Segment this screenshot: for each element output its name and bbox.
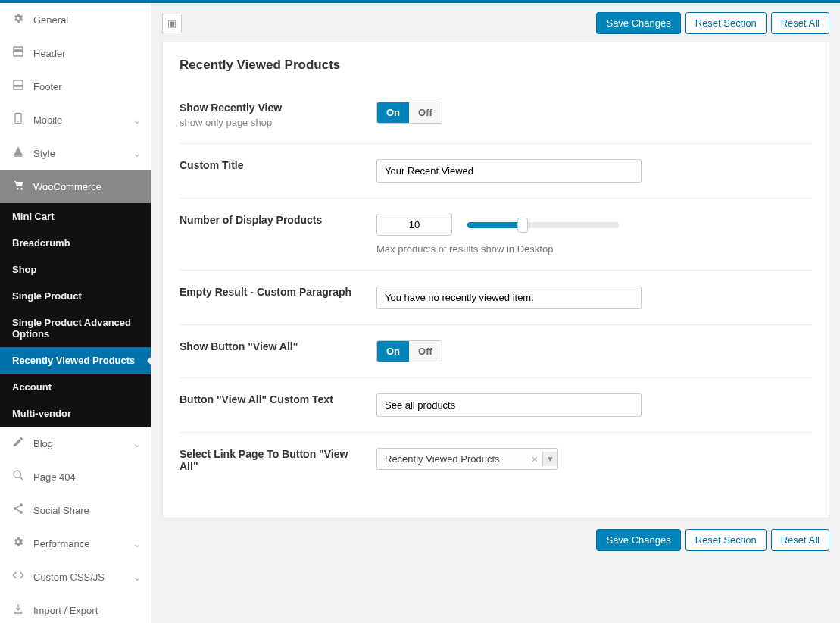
toggle-on[interactable]: On	[377, 102, 409, 123]
save-changes-button-bottom[interactable]: Save Changes	[596, 529, 680, 551]
sidebar-item-label: Blog	[33, 438, 133, 449]
sidebar-item-label: Multi-vendor	[12, 408, 71, 419]
mobile-icon	[9, 112, 27, 127]
sidebar-sub-account[interactable]: Account	[0, 374, 151, 400]
svg-point-2	[14, 471, 20, 477]
sidebar-item-blog[interactable]: Blog⌄	[0, 427, 151, 460]
field-custom-title: Custom Title	[180, 144, 812, 199]
show-viewall-toggle[interactable]: On Off	[376, 340, 442, 362]
sidebar-item-label: Style	[33, 148, 133, 159]
cart-icon	[9, 179, 27, 194]
show-recent-toggle[interactable]: On Off	[376, 102, 442, 124]
sidebar-item-label: General	[33, 14, 142, 26]
sidebar-sub-single-product[interactable]: Single Product	[0, 283, 151, 309]
sidebar-item-label: Shop	[12, 264, 37, 275]
sidebar-item-mobile[interactable]: Mobile⌄	[0, 103, 151, 136]
field-viewall-link: Select Link Page To Button "View All" Re…	[180, 433, 812, 487]
sidebar-item-label: Social Share	[33, 505, 142, 516]
custom-title-input[interactable]	[376, 159, 642, 183]
viewall-text-input[interactable]	[376, 393, 642, 417]
sidebar-item-woocommerce[interactable]: WooCommerce	[0, 170, 151, 203]
sidebar-item-social-share[interactable]: Social Share	[0, 493, 151, 527]
reset-section-button-bottom[interactable]: Reset Section	[685, 529, 767, 551]
sidebar-item-style[interactable]: Style⌄	[0, 136, 151, 170]
save-changes-button[interactable]: Save Changes	[596, 12, 680, 34]
field-number-display: Number of Display Products Max products …	[180, 199, 812, 271]
chevron-down-icon: ⌄	[133, 537, 142, 549]
field-show-viewall-btn: Show Button "View All" On Off	[180, 325, 812, 378]
number-display-input[interactable]	[376, 214, 452, 236]
sidebar-item-label: Footer	[33, 81, 142, 92]
share-icon	[9, 502, 27, 518]
sidebar-sub-mini-cart[interactable]: Mini Cart	[0, 203, 151, 230]
slider-thumb[interactable]	[517, 218, 528, 233]
select-value: Recently Viewed Products	[377, 449, 527, 469]
sidebar-sub-shop[interactable]: Shop	[0, 256, 151, 283]
sidebar-item-import-export[interactable]: Import / Export	[0, 593, 151, 623]
field-label: Custom Title	[180, 159, 361, 171]
search-icon	[9, 469, 27, 484]
sidebar-sub-breadcrumb[interactable]: Breadcrumb	[0, 230, 151, 256]
reset-all-button-bottom[interactable]: Reset All	[771, 529, 829, 551]
empty-result-input[interactable]	[376, 286, 642, 309]
bottom-toolbar: Save Changes Reset Section Reset All	[162, 529, 829, 551]
select-dropdown-icon[interactable]: ▼	[542, 452, 557, 466]
select-clear-icon[interactable]: ×	[527, 453, 542, 465]
field-hint: Max products of results show in Desktop	[376, 243, 812, 255]
download-icon	[9, 603, 27, 618]
number-display-slider[interactable]	[467, 222, 619, 228]
code-icon	[9, 569, 27, 584]
sidebar-item-general[interactable]: General	[0, 3, 151, 36]
reset-all-button[interactable]: Reset All	[771, 12, 829, 34]
sidebar-item-custom-css-js[interactable]: Custom CSS/JS⌄	[0, 560, 151, 593]
field-label: Button "View All" Custom Text	[180, 393, 361, 405]
settings-sidebar: General Header Footer Mobile⌄ Style⌄ Woo…	[0, 3, 151, 623]
sidebar-item-label: Single Product Advanced Options	[12, 317, 139, 340]
reset-section-button[interactable]: Reset Section	[685, 12, 767, 34]
sidebar-item-page404[interactable]: Page 404	[0, 460, 151, 493]
svg-point-3	[20, 503, 23, 506]
sidebar-item-label: Import / Export	[33, 605, 142, 616]
sidebar-item-label: Performance	[33, 538, 133, 549]
gear-icon	[9, 536, 27, 551]
sidebar-item-performance[interactable]: Performance⌄	[0, 527, 151, 560]
field-label: Show Recently View	[180, 102, 361, 114]
toggle-on[interactable]: On	[377, 341, 409, 362]
sidebar-item-footer[interactable]: Footer	[0, 70, 151, 103]
layout-header-icon	[9, 45, 27, 61]
sidebar-sub-recently-viewed[interactable]: Recently Viewed Products	[0, 347, 151, 374]
svg-point-4	[14, 507, 17, 510]
top-toolbar: ▣ Save Changes Reset Section Reset All	[162, 12, 829, 34]
toggle-off[interactable]: Off	[409, 102, 442, 123]
chevron-down-icon: ⌄	[133, 114, 142, 126]
chevron-down-icon: ⌄	[133, 437, 142, 449]
expand-icon: ▣	[167, 17, 176, 29]
svg-point-5	[20, 511, 23, 514]
toggle-off[interactable]: Off	[409, 341, 442, 362]
sidebar-item-label: Mobile	[33, 114, 133, 126]
field-label: Select Link Page To Button "View All"	[180, 448, 361, 472]
sidebar-item-label: Breadcrumb	[12, 237, 70, 249]
svg-point-1	[17, 121, 18, 122]
sidebar-sub-single-product-advanced[interactable]: Single Product Advanced Options	[0, 309, 151, 347]
sidebar-item-label: WooCommerce	[33, 181, 142, 193]
field-empty-result: Empty Result - Custom Paragraph	[180, 271, 812, 325]
settings-panel: Recently Viewed Products Show Recently V…	[162, 42, 829, 518]
sidebar-sub-multi-vendor[interactable]: Multi-vendor	[0, 400, 151, 427]
content-area: ▣ Save Changes Reset Section Reset All R…	[151, 3, 840, 623]
sidebar-item-header[interactable]: Header	[0, 36, 151, 70]
field-label: Number of Display Products	[180, 214, 361, 226]
field-desc: show only page shop	[180, 117, 361, 128]
panel-title: Recently Viewed Products	[180, 58, 812, 73]
sidebar-item-label: Header	[33, 48, 142, 59]
expand-all-button[interactable]: ▣	[162, 14, 182, 33]
gear-icon	[9, 12, 27, 27]
sidebar-item-label: Custom CSS/JS	[33, 571, 133, 583]
chevron-down-icon: ⌄	[133, 147, 142, 159]
field-show-recently-view: Show Recently View show only page shop O…	[180, 86, 812, 144]
viewall-link-select[interactable]: Recently Viewed Products × ▼	[376, 448, 558, 470]
pencil-icon	[9, 436, 27, 451]
sidebar-item-label: Page 404	[33, 471, 142, 483]
chevron-down-icon: ⌄	[133, 571, 142, 583]
field-label: Show Button "View All"	[180, 340, 361, 352]
